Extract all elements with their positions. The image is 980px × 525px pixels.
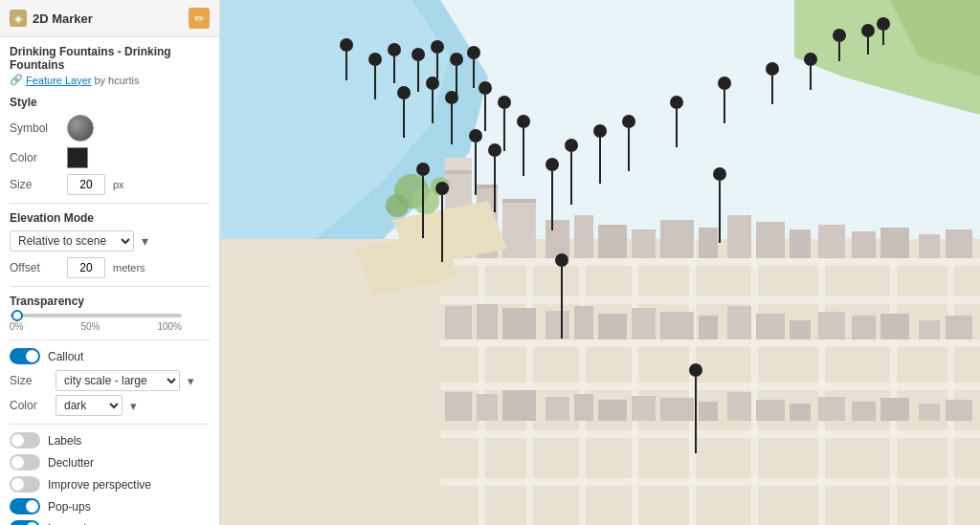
toggle-row-2: Improve perspective [10,476,210,492]
toggle-label-3: Pop-ups [48,500,91,514]
map-area[interactable] [220,0,980,525]
toggle-declutter[interactable] [10,454,40,470]
svg-rect-56 [477,394,498,421]
svg-rect-38 [445,306,472,339]
svg-rect-66 [790,404,811,421]
svg-rect-67 [818,397,845,421]
svg-rect-50 [818,312,845,339]
callout-color-label: Color [10,399,48,412]
svg-point-74 [386,194,409,217]
layer-subtitle: 🔗 Feature Layer by hcurtis [10,74,210,86]
svg-rect-55 [445,392,472,421]
svg-rect-46 [699,316,718,339]
toggle-legend[interactable] [10,520,40,525]
svg-rect-62 [660,398,694,421]
panel-body: Drinking Fountains - Drinking Fountains … [0,37,219,525]
svg-rect-64 [727,392,751,421]
svg-rect-33 [818,225,845,258]
svg-rect-59 [574,394,593,421]
toggle-knob [11,456,24,469]
left-panel: ◈ 2D Marker ✏ Drinking Fountains - Drink… [0,0,220,525]
size-unit: px [113,179,124,190]
svg-rect-9 [526,239,533,525]
symbol-row: Symbol [10,115,210,142]
toggle-knob [26,500,38,513]
symbol-swatch[interactable] [67,115,94,142]
size-label: Size [10,178,59,191]
svg-rect-13 [751,239,758,525]
svg-rect-22 [502,201,536,258]
svg-rect-53 [919,320,940,339]
offset-label: Offset [10,261,59,274]
svg-rect-39 [477,304,498,339]
offset-input[interactable] [67,257,105,278]
transparency-thumb[interactable] [11,310,23,321]
svg-rect-57 [502,390,536,421]
panel-title: 2D Marker [33,11,93,26]
svg-rect-21 [477,185,498,188]
callout-size-select[interactable]: city scale - large city scale - medium c… [56,370,180,391]
svg-rect-45 [660,312,694,339]
callout-color-select[interactable]: dark light [56,395,122,416]
elevation-dropdown-icon[interactable]: ▾ [142,233,148,249]
transparency-track[interactable] [10,314,182,317]
size-input[interactable] [67,174,105,195]
svg-rect-60 [598,400,627,421]
offset-row: Offset meters [10,257,210,278]
callout-toggle[interactable] [10,348,40,364]
transparency-section-label: Transparency [10,295,210,308]
svg-rect-11 [632,239,638,525]
callout-size-label: Size [10,374,48,387]
svg-rect-25 [574,215,593,258]
offset-unit: meters [113,262,145,273]
toggle-row-3: Pop-ups [10,498,210,514]
svg-rect-44 [632,308,656,339]
svg-rect-42 [574,306,593,339]
toggle-labels[interactable] [10,432,40,448]
svg-rect-26 [598,225,627,258]
svg-rect-63 [699,402,718,421]
svg-rect-7 [440,478,980,486]
svg-rect-35 [880,228,909,258]
callout-toggle-row: Callout [10,348,210,364]
svg-rect-54 [946,316,972,339]
style-section-label: Style [10,96,210,109]
svg-rect-28 [660,220,694,258]
toggle-improve-perspective[interactable] [10,476,40,492]
map-svg [220,0,980,525]
elevation-mode-select[interactable]: Relative to scene Absolute height On the… [10,230,134,252]
feature-layer-link[interactable]: Feature Layer [26,75,91,86]
layer-author-name: hcurtis [108,75,139,86]
callout-toggle-knob [26,350,38,362]
toggle-label-2: Improve perspective [48,478,151,492]
callout-size-dropdown-icon: ▾ [188,374,194,388]
elevation-mode-row: Relative to scene Absolute height On the… [10,230,210,252]
toggle-pop-ups[interactable] [10,498,40,514]
toggle-label-0: Labels [48,434,81,448]
svg-rect-2 [440,258,980,266]
toggle-label-1: Declutter [48,456,94,470]
svg-rect-6 [440,430,980,438]
callout-label: Callout [48,350,83,363]
svg-rect-30 [727,215,751,258]
svg-rect-65 [756,400,785,421]
svg-rect-29 [699,228,718,258]
color-swatch[interactable] [67,147,88,168]
svg-rect-4 [440,339,980,347]
callout-options: Size city scale - large city scale - med… [10,370,210,416]
toggle-knob [11,434,24,447]
svg-rect-34 [852,231,876,258]
size-row: Size px [10,174,210,195]
svg-rect-24 [546,220,569,258]
layer-author: by [94,75,105,86]
edit-button[interactable]: ✏ [189,8,210,29]
marker-icon: ◈ [10,10,27,27]
svg-rect-12 [689,239,696,525]
callout-color-dropdown-icon: ▾ [130,399,137,413]
svg-rect-18 [445,170,472,174]
svg-rect-51 [852,316,876,339]
svg-rect-10 [579,239,586,525]
svg-rect-3 [440,296,980,304]
toggle-row-1: Declutter [10,454,210,470]
svg-rect-61 [632,396,656,421]
